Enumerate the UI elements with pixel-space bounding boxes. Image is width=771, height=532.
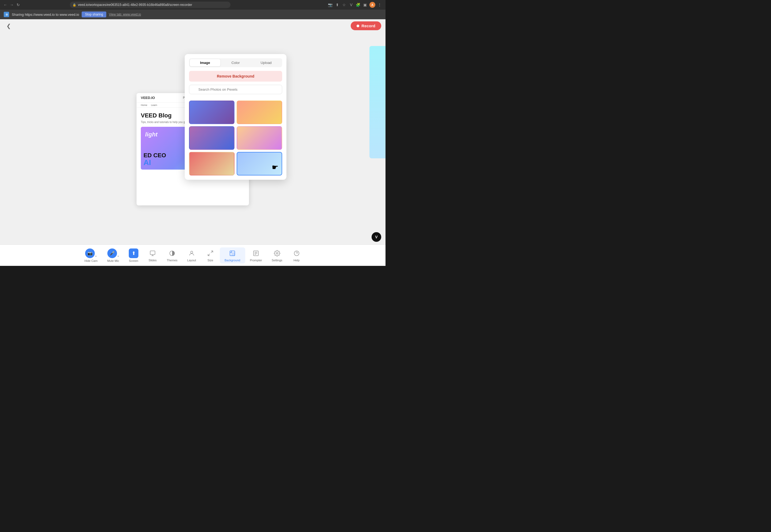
camera-toolbar-icon[interactable]: 📷 [328,2,333,7]
hide-cam-label: Hide Cam [85,259,98,262]
record-button[interactable]: Record [351,21,381,30]
record-label: Record [361,24,375,28]
cursor-hand-icon: ☛ [272,163,279,172]
profile-avatar[interactable]: A [369,2,375,8]
main-toolbar: ❮ Record [0,19,386,32]
sidebar-icon[interactable]: ▣ [362,2,368,7]
screen-icon: ⬆ [129,248,138,258]
view-tab-button[interactable]: View tab: www.veed.io [109,13,141,16]
help-label: Help [293,259,300,262]
sharing-bar: 🖥 Sharing https://www.veed.io to www.vee… [0,10,386,19]
sharing-browser-icon: 🖥 [4,12,9,17]
hero-headline: ED CEO AI [143,152,166,167]
toolbar-item-slides[interactable]: Slides [143,247,162,263]
screen-label: Screen [129,259,138,262]
toolbar-item-help[interactable]: Help [287,247,306,263]
swatch-mint-sky[interactable]: ☛ [237,152,282,175]
back-button[interactable]: ❮ [4,22,13,30]
swatch-blue-purple[interactable] [189,101,235,124]
main-area: ❮ Record VEED.IO Products Use Cases Reso… [0,19,386,266]
address-bar[interactable]: 🔒 veed.io/workspaces/ee063515-a841-48e2-… [70,2,231,8]
lock-icon: 🔒 [72,3,76,7]
layout-label: Layout [187,259,196,262]
record-dot-icon [357,25,359,27]
background-panel: Image Color Upload Remove Background 🔍 ☛ [185,54,287,180]
toolbar-item-size[interactable]: Size [201,247,220,263]
toolbar-item-layout[interactable]: Layout [182,247,201,263]
hero-image-text: light [145,131,157,138]
mute-mic-label: Mute Mic [107,259,119,262]
toolbar-item-hide-cam[interactable]: 📷 ▾ Hide Cam [80,247,102,264]
size-icon [206,249,215,258]
svg-rect-8 [232,252,235,256]
svg-line-6 [208,254,210,256]
swatch-orange-yellow[interactable] [237,101,282,124]
forward-button[interactable]: → [10,3,14,7]
refresh-button[interactable]: ↻ [16,3,20,7]
toolbar-item-themes[interactable]: Themes [162,247,182,263]
prompter-icon [252,249,260,258]
url-text: veed.io/workspaces/ee063515-a841-48e2-99… [78,3,192,7]
search-wrapper: 🔍 [189,85,282,97]
tab-image[interactable]: Image [190,59,220,66]
toolbar-item-settings[interactable]: Settings [267,247,287,263]
layout-icon [187,249,196,258]
back-button[interactable]: ← [3,3,7,7]
subnav-home: Home [141,104,147,106]
background-label: Background [225,259,241,262]
svg-line-5 [211,251,213,253]
swatch-peach-lavender[interactable] [237,126,282,150]
settings-icon [273,249,281,258]
bottom-toolbar: 📷 ▾ Hide Cam 🎤 ▾ Mute Mic ⬆ Screen [0,244,386,266]
stop-sharing-button[interactable]: Stop sharing [82,12,106,17]
mute-mic-arrow: ▾ [117,255,119,258]
svg-point-14 [294,251,299,256]
settings-label: Settings [272,259,283,262]
swatch-purple-blue[interactable] [189,126,235,150]
star-toolbar-icon[interactable]: ☆ [342,2,347,7]
share-toolbar-icon[interactable]: ⬆ [335,2,340,7]
toolbar-item-mute-mic[interactable]: 🎤 ▾ Mute Mic [102,247,124,264]
mute-mic-icon: 🎤 [107,248,117,258]
browser-toolbar-right: 📷 ⬆ ☆ V 🧩 ▣ A ⋮ [328,2,382,8]
color-swatches-grid: ☛ [189,101,282,175]
themes-icon [168,249,176,258]
hide-cam-icon: 📷 [85,248,95,258]
toolbar-item-prompter[interactable]: Prompter [245,247,267,263]
browser-chrome: ← → ↻ 🔒 veed.io/workspaces/ee063515-a841… [0,0,386,10]
prompter-label: Prompter [250,259,262,262]
slides-icon [148,249,157,258]
sharing-text: Sharing https://www.veed.io to www.veed.… [12,13,79,17]
tab-color[interactable]: Color [220,59,251,66]
themes-label: Themes [167,259,177,262]
help-icon [292,249,301,258]
toolbar-item-background[interactable]: Background [220,247,245,263]
veed-watermark: V [372,232,381,242]
svg-rect-0 [150,251,155,255]
sidebar-accent-strip [369,46,386,158]
background-icon [228,249,237,258]
hide-cam-arrow: ▾ [95,255,97,258]
tab-upload[interactable]: Upload [251,59,281,66]
toolbar-item-screen[interactable]: ⬆ Screen [124,247,143,264]
swatch-warm-red[interactable] [189,152,235,175]
remove-background-button[interactable]: Remove Background [189,71,282,82]
panel-tabs: Image Color Upload [189,58,282,67]
svg-point-13 [276,252,278,254]
website-logo: VEED.IO [141,96,155,100]
search-photos-input[interactable] [189,85,282,94]
puzzle-icon[interactable]: 🧩 [356,2,361,7]
size-label: Size [208,259,213,262]
subnav-learn: Learn [151,104,157,106]
svg-point-4 [190,251,193,253]
preview-area: VEED.IO Products Use Cases Resources For… [0,33,386,266]
veed-ext-icon[interactable]: V [349,2,354,7]
menu-icon[interactable]: ⋮ [377,2,382,7]
slides-label: Slides [148,259,156,262]
